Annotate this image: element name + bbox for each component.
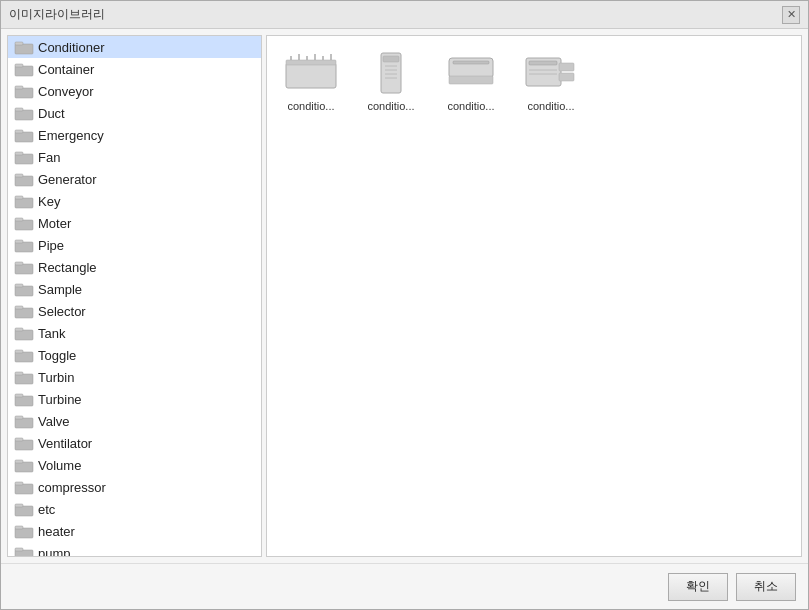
folder-icon	[14, 369, 34, 385]
image-thumbnail	[521, 48, 581, 98]
list-item-etc[interactable]: etc	[8, 498, 261, 520]
folder-icon	[14, 259, 34, 275]
list-item-selector[interactable]: Selector	[8, 300, 261, 322]
svg-rect-37	[15, 438, 23, 441]
svg-rect-41	[15, 482, 23, 485]
svg-rect-0	[15, 44, 33, 54]
list-item-turbin[interactable]: Turbin	[8, 366, 261, 388]
svg-rect-34	[15, 418, 33, 428]
svg-rect-64	[453, 61, 489, 64]
folder-icon	[14, 391, 34, 407]
list-item-label: Emergency	[38, 128, 104, 143]
svg-rect-5	[15, 86, 23, 89]
svg-rect-21	[15, 262, 23, 265]
image-thumbnail	[361, 48, 421, 98]
right-panel[interactable]: conditio... conditio... conditio... cond…	[266, 35, 802, 557]
folder-icon	[14, 215, 34, 231]
image-item-1[interactable]: conditio...	[355, 44, 427, 116]
list-item-label: Sample	[38, 282, 82, 297]
folder-icon	[14, 281, 34, 297]
svg-rect-49	[286, 60, 336, 65]
image-item-3[interactable]: conditio...	[515, 44, 587, 116]
list-item-label: Turbin	[38, 370, 74, 385]
confirm-button[interactable]: 확인	[668, 573, 728, 601]
list-item-label: Tank	[38, 326, 65, 341]
folder-icon	[14, 171, 34, 187]
category-list[interactable]: Conditioner Container Conveyor Duct Emer…	[8, 36, 261, 556]
footer: 확인 취소	[1, 563, 808, 609]
svg-rect-28	[15, 352, 33, 362]
svg-rect-38	[15, 462, 33, 472]
list-item-label: pump	[38, 546, 71, 557]
list-item-pump[interactable]: pump	[8, 542, 261, 556]
list-item-toggle[interactable]: Toggle	[8, 344, 261, 366]
svg-rect-18	[15, 242, 33, 252]
list-item-pipe[interactable]: Pipe	[8, 234, 261, 256]
folder-icon	[14, 61, 34, 77]
list-item-tank[interactable]: Tank	[8, 322, 261, 344]
image-label: conditio...	[527, 100, 574, 112]
folder-icon	[14, 149, 34, 165]
content-area: Conditioner Container Conveyor Duct Emer…	[1, 29, 808, 563]
list-item-compressor[interactable]: compressor	[8, 476, 261, 498]
svg-rect-67	[559, 73, 574, 81]
svg-rect-23	[15, 284, 23, 287]
svg-rect-40	[15, 484, 33, 494]
cancel-button[interactable]: 취소	[736, 573, 796, 601]
svg-rect-39	[15, 460, 23, 463]
list-item-label: compressor	[38, 480, 106, 495]
folder-icon	[14, 325, 34, 341]
svg-rect-25	[15, 306, 23, 309]
svg-rect-12	[15, 176, 33, 186]
list-item-conveyor[interactable]: Conveyor	[8, 80, 261, 102]
list-item-moter[interactable]: Moter	[8, 212, 261, 234]
folder-icon	[14, 193, 34, 209]
list-item-label: Generator	[38, 172, 97, 187]
svg-rect-10	[15, 154, 33, 164]
list-item-turbine[interactable]: Turbine	[8, 388, 261, 410]
folder-icon	[14, 523, 34, 539]
list-item-volume[interactable]: Volume	[8, 454, 261, 476]
list-item-fan[interactable]: Fan	[8, 146, 261, 168]
svg-rect-42	[15, 506, 33, 516]
list-item-duct[interactable]: Duct	[8, 102, 261, 124]
close-button[interactable]: ✕	[782, 6, 800, 24]
svg-rect-8	[15, 132, 33, 142]
image-item-2[interactable]: conditio...	[435, 44, 507, 116]
svg-rect-47	[15, 548, 23, 551]
image-label: conditio...	[447, 100, 494, 112]
list-item-key[interactable]: Key	[8, 190, 261, 212]
folder-icon	[14, 303, 34, 319]
list-item-conditioner[interactable]: Conditioner	[8, 36, 261, 58]
image-label: conditio...	[367, 100, 414, 112]
svg-rect-26	[15, 330, 33, 340]
list-item-rectangle[interactable]: Rectangle	[8, 256, 261, 278]
svg-rect-27	[15, 328, 23, 331]
list-item-heater[interactable]: heater	[8, 520, 261, 542]
svg-rect-4	[15, 88, 33, 98]
svg-rect-14	[15, 198, 33, 208]
folder-icon	[14, 83, 34, 99]
svg-rect-15	[15, 196, 23, 199]
list-item-ventilator[interactable]: Ventilator	[8, 432, 261, 454]
svg-rect-17	[15, 218, 23, 221]
folder-icon	[14, 347, 34, 363]
list-item-emergency[interactable]: Emergency	[8, 124, 261, 146]
list-item-valve[interactable]: Valve	[8, 410, 261, 432]
svg-rect-63	[449, 76, 493, 84]
list-item-label: Selector	[38, 304, 86, 319]
list-item-label: etc	[38, 502, 55, 517]
title-bar: 이미지라이브러리 ✕	[1, 1, 808, 29]
svg-rect-31	[15, 372, 23, 375]
list-item-label: Turbine	[38, 392, 82, 407]
list-item-label: Ventilator	[38, 436, 92, 451]
image-item-0[interactable]: conditio...	[275, 44, 347, 116]
list-item-container[interactable]: Container	[8, 58, 261, 80]
list-item-sample[interactable]: Sample	[8, 278, 261, 300]
list-item-generator[interactable]: Generator	[8, 168, 261, 190]
svg-rect-66	[559, 63, 574, 71]
folder-icon	[14, 545, 34, 556]
svg-rect-48	[286, 63, 336, 88]
svg-rect-16	[15, 220, 33, 230]
svg-rect-2	[15, 66, 33, 76]
